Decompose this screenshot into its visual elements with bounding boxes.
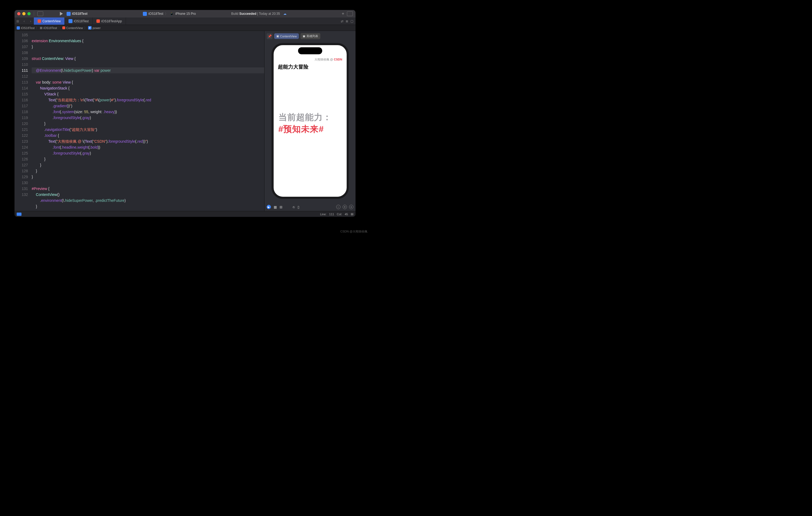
- crumb-file[interactable]: ContentView: [66, 26, 83, 30]
- scheme-selector[interactable]: iOS18Test: [66, 12, 88, 16]
- cube-icon: ▣: [276, 34, 279, 38]
- inspector-toggle-icon[interactable]: ▢: [350, 19, 353, 23]
- separator: [34, 11, 34, 16]
- main-split: 1051061071081091101111121131141151161171…: [14, 31, 355, 211]
- panel-icon[interactable]: ▤: [351, 212, 353, 216]
- crumb-symbol[interactable]: power: [93, 26, 101, 30]
- titlebar: iOS18Test iOS18Test 〉 📱 iPhone 15 Pro Bu…: [14, 10, 355, 18]
- cursor-line-value: 111: [329, 213, 334, 216]
- project-name: iOS18Test: [72, 12, 88, 16]
- code-editor[interactable]: 1051061071081091101111121131141151161171…: [14, 31, 264, 211]
- live-preview-icon[interactable]: ▶: [267, 205, 271, 209]
- pin-icon[interactable]: 📌: [267, 33, 272, 39]
- back-button[interactable]: ‹: [21, 19, 27, 23]
- sidebar-toggle-icon[interactable]: [37, 11, 43, 16]
- breadcrumb: iOS18Test〉 ▦ iOS18Test〉 ContentView〉 P p…: [14, 25, 355, 31]
- device-settings-icon[interactable]: ⎋: [293, 205, 295, 209]
- zoom-out-icon[interactable]: −: [336, 205, 341, 209]
- xcode-window: iOS18Test iOS18Test 〉 📱 iPhone 15 Pro Bu…: [14, 10, 355, 217]
- chip-label: 英雄列表: [307, 34, 318, 38]
- library-toggle-icon[interactable]: [347, 11, 353, 16]
- preview-chip-heroes[interactable]: ▣英雄列表: [300, 33, 320, 39]
- navigation-title: 超能力大冒险: [278, 63, 309, 71]
- cloud-icon: ☁: [283, 12, 287, 16]
- cursor-line-label: Line:: [320, 213, 326, 216]
- forward-button[interactable]: ›: [27, 19, 34, 23]
- zoom-fit-icon[interactable]: =: [343, 205, 347, 209]
- review-icon[interactable]: ⇄: [341, 19, 343, 23]
- app-icon: [143, 12, 147, 16]
- device-icon[interactable]: ▯: [297, 205, 299, 209]
- tab-label: ContentView: [42, 19, 61, 23]
- dynamic-island: [298, 47, 322, 54]
- bottom-bar: Line: 111 Col: 45 ▤: [14, 211, 355, 217]
- tab-label: iOS18Test: [74, 19, 89, 23]
- preview-chip-contentview[interactable]: ▣ContentView: [274, 33, 299, 39]
- build-status: Build Succeeded | Today at 20:35: [231, 12, 280, 16]
- preview-header: 📌 ▣ContentView ▣英雄列表: [264, 31, 355, 42]
- swift-file-icon: [96, 19, 100, 23]
- app-icon: [68, 19, 72, 23]
- variants-icon[interactable]: ▦: [273, 205, 277, 209]
- line-gutter: 1051061071081091101111121131141151161171…: [14, 31, 31, 211]
- watermark-text: CSDN @大熊猫侯佩: [341, 229, 367, 234]
- preview-toolbar: ▶ ▦ ⊞ ⎋ ▯ − = +: [264, 203, 355, 211]
- tab-contentview[interactable]: ContentView: [34, 18, 65, 25]
- add-button-icon[interactable]: +: [342, 11, 344, 16]
- toolbar-text: 大熊猫侯佩 @ CSDN: [314, 57, 342, 61]
- adjust-icon[interactable]: ≣: [346, 19, 348, 23]
- tab-ios18test[interactable]: iOS18Test: [65, 18, 93, 25]
- tab-ios18testapp[interactable]: iOS18TestApp: [93, 18, 126, 25]
- close-window-button[interactable]: [17, 12, 21, 15]
- simulator-phone: 大熊猫侯佩 @ CSDN 超能力大冒险 当前超能力： #预知未来#: [271, 43, 349, 199]
- chip-label: ContentView: [280, 35, 297, 38]
- phone-icon: 📱: [170, 12, 174, 16]
- debug-area-icon[interactable]: [17, 213, 22, 216]
- scheme-target[interactable]: iOS18Test: [148, 12, 163, 16]
- crumb-folder[interactable]: iOS18Test: [44, 26, 57, 30]
- minimize-window-button[interactable]: [22, 12, 26, 15]
- folder-icon: ▦: [40, 26, 42, 30]
- app-icon: [66, 12, 70, 16]
- grid-icon[interactable]: ⊞: [280, 205, 283, 209]
- related-items-icon[interactable]: ⊞: [14, 19, 21, 23]
- app-icon: [17, 26, 20, 30]
- traffic-lights: [17, 12, 31, 15]
- code-area[interactable]: extension EnvironmentValues { } struct C…: [31, 31, 264, 211]
- phone-body: 当前超能力： #预知未来#: [273, 111, 347, 135]
- zoom-window-button[interactable]: [27, 12, 31, 15]
- property-badge-icon: P: [88, 26, 92, 30]
- swift-file-icon: [62, 26, 65, 29]
- body-line-1: 当前超能力：: [279, 111, 342, 124]
- cube-icon: ▣: [302, 34, 305, 38]
- run-destination[interactable]: iPhone 15 Pro: [175, 12, 196, 16]
- zoom-in-icon[interactable]: +: [349, 205, 353, 209]
- preview-panel: 📌 ▣ContentView ▣英雄列表 大熊猫侯佩 @ CSDN 超能力大冒险…: [264, 31, 355, 211]
- tab-bar: ⊞ ‹ › ContentView iOS18Test iOS18TestApp…: [14, 18, 355, 25]
- body-line-2: #预知未来#: [279, 124, 342, 135]
- crumb-project[interactable]: iOS18Test: [21, 26, 35, 30]
- swift-file-icon: [37, 19, 41, 23]
- cursor-col-value: 45: [345, 213, 348, 216]
- cursor-col-label: Col:: [337, 213, 342, 216]
- run-button-icon[interactable]: [60, 12, 63, 16]
- tab-label: iOS18TestApp: [101, 19, 122, 23]
- preview-canvas[interactable]: 大熊猫侯佩 @ CSDN 超能力大冒险 当前超能力： #预知未来#: [264, 42, 355, 203]
